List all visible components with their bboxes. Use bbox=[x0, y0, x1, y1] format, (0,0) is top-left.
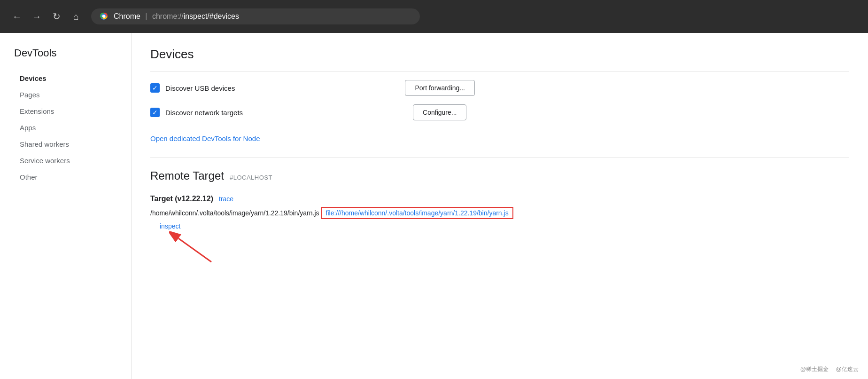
network-checkmark-icon: ✓ bbox=[152, 109, 158, 116]
chrome-logo-icon bbox=[99, 11, 109, 22]
inspect-link[interactable]: inspect bbox=[160, 222, 180, 230]
back-button[interactable]: ← bbox=[9, 9, 24, 24]
sidebar-item-shared-workers[interactable]: Shared workers bbox=[14, 136, 122, 152]
divider-middle bbox=[150, 158, 849, 158]
usb-option-row: ✓ Discover USB devices Port forwarding..… bbox=[150, 80, 849, 96]
watermark-text1: @稀土掘金 bbox=[800, 365, 829, 373]
sidebar-item-pages[interactable]: Pages bbox=[14, 87, 122, 103]
sidebar: DevTools Devices Pages Extensions Apps S… bbox=[0, 33, 132, 379]
page-title: Devices bbox=[150, 47, 849, 62]
content-area: Devices ✓ Discover USB devices Port forw… bbox=[132, 33, 868, 379]
sidebar-item-other[interactable]: Other bbox=[14, 169, 122, 185]
configure-button[interactable]: Configure... bbox=[413, 104, 466, 120]
sidebar-item-apps[interactable]: Apps bbox=[14, 120, 122, 135]
sidebar-item-devices[interactable]: Devices bbox=[14, 71, 122, 86]
watermark-text2: @亿速云 bbox=[836, 365, 859, 373]
network-checkbox[interactable]: ✓ bbox=[150, 108, 160, 117]
target-path: /home/whilconn/.volta/tools/image/yarn/1… bbox=[150, 209, 319, 217]
main-container: DevTools Devices Pages Extensions Apps S… bbox=[0, 33, 868, 379]
options-section: ✓ Discover USB devices Port forwarding..… bbox=[150, 80, 849, 148]
port-forwarding-button[interactable]: Port forwarding... bbox=[405, 80, 475, 96]
remote-target-header: Remote Target #LOCALHOST bbox=[150, 169, 849, 182]
remote-target-subtitle: #LOCALHOST bbox=[230, 174, 272, 181]
usb-checkmark-icon: ✓ bbox=[152, 85, 158, 91]
target-file-link[interactable]: file:///home/whilconn/.volta/tools/image… bbox=[321, 207, 513, 219]
url-display: chrome://inspect/#devices bbox=[152, 12, 239, 20]
network-label: Discover network targets bbox=[165, 109, 243, 117]
forward-button[interactable]: → bbox=[29, 9, 44, 24]
browser-toolbar: ← → ↻ ⌂ Chrome | chrome://inspect/#devic… bbox=[0, 0, 868, 33]
trace-link[interactable]: trace bbox=[219, 195, 233, 203]
home-button[interactable]: ⌂ bbox=[69, 9, 84, 24]
target-name-row: Target (v12.22.12) trace bbox=[150, 195, 849, 203]
network-option-row: ✓ Discover network targets Configure... bbox=[150, 104, 849, 120]
divider-top bbox=[150, 71, 849, 71]
network-checkbox-container: ✓ Discover network targets bbox=[150, 108, 243, 117]
target-path-row: /home/whilconn/.volta/tools/image/yarn/1… bbox=[150, 207, 849, 219]
watermark: @稀土掘金 @亿速云 bbox=[800, 365, 859, 373]
usb-checkbox-container: ✓ Discover USB devices bbox=[150, 83, 235, 93]
remote-target-title: Remote Target bbox=[150, 169, 224, 182]
browser-name: Chrome bbox=[114, 12, 140, 20]
reload-button[interactable]: ↻ bbox=[49, 9, 64, 24]
target-item: Target (v12.22.12) trace /home/whilconn/… bbox=[150, 190, 849, 235]
annotation-area: inspect bbox=[150, 222, 849, 230]
nav-buttons: ← → ↻ ⌂ bbox=[9, 9, 84, 24]
red-arrow-annotation bbox=[169, 231, 216, 264]
sidebar-title: DevTools bbox=[14, 47, 122, 59]
target-name: Target (v12.22.12) bbox=[150, 195, 213, 203]
address-bar[interactable]: Chrome | chrome://inspect/#devices bbox=[91, 8, 420, 24]
devtools-node-link[interactable]: Open dedicated DevTools for Node bbox=[150, 134, 260, 142]
sidebar-item-extensions[interactable]: Extensions bbox=[14, 103, 122, 119]
svg-line-3 bbox=[178, 238, 211, 262]
address-text: Chrome | chrome://inspect/#devices bbox=[114, 12, 239, 21]
url-separator: | bbox=[145, 12, 149, 20]
sidebar-item-service-workers[interactable]: Service workers bbox=[14, 153, 122, 168]
usb-checkbox[interactable]: ✓ bbox=[150, 83, 160, 93]
usb-label: Discover USB devices bbox=[165, 84, 235, 92]
